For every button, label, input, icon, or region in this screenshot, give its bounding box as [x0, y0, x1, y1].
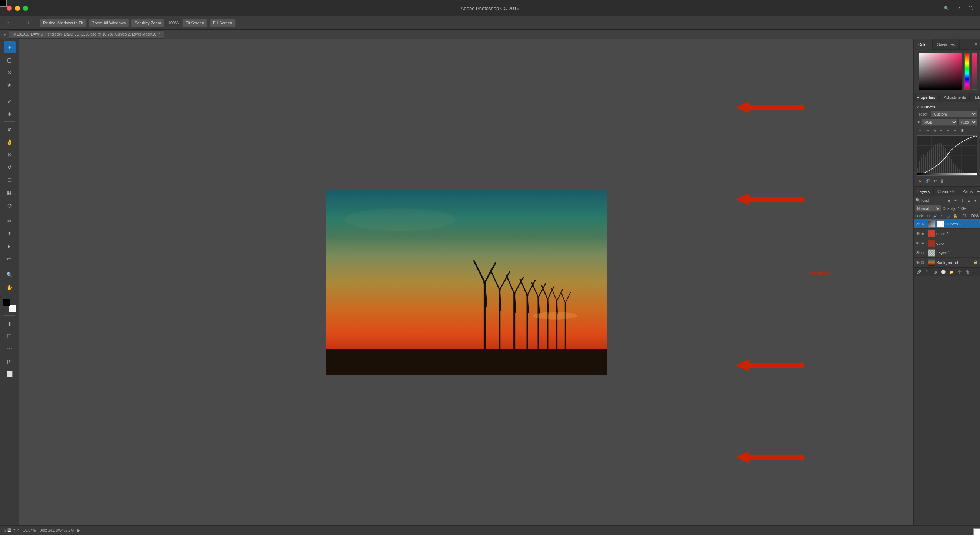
- curves-visibility-icon[interactable]: 👁: [931, 177, 938, 184]
- lasso-tool[interactable]: ⦰: [4, 67, 16, 78]
- screen-mode-toggle[interactable]: ❐: [4, 330, 16, 342]
- curves-link-icon[interactable]: 🔗: [924, 177, 931, 184]
- curves-eyedropper-white[interactable]: ⯸: [952, 127, 959, 134]
- new-fill-btn[interactable]: ⚪: [940, 269, 946, 275]
- more-tools-button[interactable]: ⋯: [4, 343, 16, 355]
- brush-tool[interactable]: ✌: [4, 136, 16, 148]
- tab-channels[interactable]: Channels: [934, 187, 959, 196]
- curves-eyedropper-black[interactable]: ⯸: [938, 127, 945, 134]
- zoom-all-button[interactable]: Zoom All Windows: [89, 19, 129, 27]
- foreground-color-swatch[interactable]: [3, 299, 10, 306]
- curves-options[interactable]: ⚙: [959, 127, 966, 134]
- zoom-tool[interactable]: 🔍: [4, 269, 16, 281]
- curves-eye-icon[interactable]: 👁: [917, 120, 920, 124]
- lock-all-btn[interactable]: 🔒: [952, 213, 958, 219]
- text-tool[interactable]: T: [4, 228, 16, 240]
- search-icon[interactable]: 🔍: [944, 5, 950, 11]
- fill-screen-button[interactable]: Fill Screen: [210, 19, 235, 27]
- clone-stamp-tool[interactable]: ⎘: [4, 149, 16, 161]
- layer-style-btn[interactable]: fx: [924, 269, 930, 275]
- crop-tool[interactable]: ⤢: [4, 95, 16, 107]
- preset-select[interactable]: Custom: [931, 111, 977, 117]
- filter-pixel[interactable]: ■: [946, 197, 952, 203]
- channel-select[interactable]: RGB: [921, 119, 958, 125]
- layers-menu-icon[interactable]: ☰: [977, 189, 980, 194]
- filter-smart[interactable]: ♥: [973, 197, 978, 203]
- auto-select[interactable]: Auto: [959, 119, 977, 125]
- tab-color[interactable]: Color: [914, 39, 932, 49]
- artboard-tool[interactable]: ⬜: [4, 368, 16, 380]
- layer-item[interactable]: 👁 □ Layer 1: [914, 248, 980, 258]
- layers-search-icon[interactable]: 🔍: [915, 198, 920, 203]
- curves-delete-icon[interactable]: 🗑: [939, 177, 945, 184]
- layer-item[interactable]: 👁 ⚙ Curves 2: [914, 219, 980, 229]
- layers-menu[interactable]: ☰: [977, 187, 980, 196]
- pen-tool[interactable]: ✏: [4, 215, 16, 227]
- history-brush-tool[interactable]: ↺: [4, 162, 16, 173]
- fullscreen-button[interactable]: [23, 6, 28, 11]
- color-gradient-field[interactable]: [919, 52, 962, 90]
- zoom-in-button[interactable]: +: [24, 19, 33, 27]
- zoom-out-button[interactable]: −: [14, 19, 22, 27]
- tab-layers[interactable]: Layers: [914, 187, 934, 196]
- tab-adjustments[interactable]: Adjustments: [941, 95, 970, 100]
- curves-target-tool[interactable]: ◎: [931, 127, 937, 134]
- color-saturation-field[interactable]: [919, 52, 962, 90]
- lock-image-btn[interactable]: 🖌: [932, 213, 938, 219]
- layer-visibility-icon[interactable]: 👁: [915, 250, 920, 256]
- tab-libraries[interactable]: Libraries: [972, 95, 980, 100]
- new-layer-btn[interactable]: ➕: [957, 269, 963, 275]
- layer-visibility-icon[interactable]: 👁: [915, 241, 920, 246]
- alpha-slider[interactable]: [972, 52, 977, 90]
- layer-visibility-icon[interactable]: 👁: [915, 221, 920, 227]
- filter-type[interactable]: T: [959, 197, 965, 203]
- filter-shape[interactable]: ▲: [966, 197, 972, 203]
- hand-tool[interactable]: ✋: [4, 281, 16, 293]
- tab-swatches[interactable]: Swatches: [932, 39, 959, 49]
- add-mask-btn[interactable]: ◑: [932, 269, 938, 275]
- marquee-tool[interactable]: ▢: [4, 54, 16, 66]
- curves-refresh-icon[interactable]: ↻: [917, 177, 923, 184]
- home-button[interactable]: ⌂: [4, 19, 12, 27]
- tab-properties[interactable]: Properties: [917, 95, 939, 100]
- lock-transparent-btn[interactable]: □: [926, 213, 931, 219]
- curves-pointer-tool[interactable]: ↔: [917, 127, 923, 134]
- filter-adjustment[interactable]: ☀: [953, 197, 959, 203]
- curves-pencil-tool[interactable]: ✏: [924, 127, 931, 134]
- share-icon[interactable]: ↗: [956, 5, 961, 11]
- lock-position-btn[interactable]: ↕: [939, 213, 945, 219]
- hue-slider[interactable]: [964, 52, 970, 90]
- path-selection-tool[interactable]: ▸: [4, 240, 16, 252]
- fit-screen-button[interactable]: Fit Screen: [182, 19, 207, 27]
- move-tool[interactable]: ✦: [4, 41, 16, 53]
- canvas-area[interactable]: no blocks: [19, 39, 913, 525]
- panel-close-icon[interactable]: ✕: [974, 42, 978, 47]
- layer-visibility-icon[interactable]: 👁: [915, 231, 920, 236]
- layer-item[interactable]: 👁 ■ color 2: [914, 229, 980, 238]
- frame-tool[interactable]: ◳: [4, 356, 16, 367]
- curves-graph[interactable]: [917, 135, 977, 176]
- document-tab[interactable]: © 181010_DAWKI_Pendleton_Day2_JET3258.ps…: [9, 30, 164, 38]
- fullscreen-icon[interactable]: ⛶: [967, 5, 973, 11]
- layer-item[interactable]: 👁 □ Background 🔒: [914, 258, 980, 267]
- blend-mode-select[interactable]: Normal: [915, 205, 941, 212]
- curves-eyedropper-gray[interactable]: ⯸: [945, 127, 951, 134]
- magic-wand-tool[interactable]: ★: [4, 79, 16, 91]
- eyedropper-tool[interactable]: ⯸: [4, 108, 16, 120]
- tab-paths[interactable]: Paths: [959, 187, 977, 196]
- layer-visibility-icon[interactable]: 👁: [915, 260, 920, 265]
- dodge-tool[interactable]: ◔: [4, 199, 16, 211]
- gradient-tool[interactable]: ▦: [4, 187, 16, 198]
- scrubby-zoom-button[interactable]: Scrubby Zoom: [131, 19, 164, 27]
- mask-mode-toggle[interactable]: ◖: [4, 318, 16, 330]
- spot-healing-tool[interactable]: ⊕: [4, 124, 16, 135]
- eraser-tool[interactable]: □: [4, 174, 16, 186]
- delete-layer-btn[interactable]: 🗑: [965, 269, 971, 275]
- minimize-button[interactable]: [15, 6, 20, 11]
- close-button[interactable]: [7, 6, 12, 11]
- lock-artboard-btn[interactable]: ◌: [945, 213, 951, 219]
- layer-item[interactable]: 👁 ■ color: [914, 238, 980, 248]
- new-group-btn[interactable]: 📁: [948, 269, 955, 275]
- collapse-icon[interactable]: ▸: [4, 32, 6, 37]
- link-layers-btn[interactable]: 🔗: [916, 269, 922, 275]
